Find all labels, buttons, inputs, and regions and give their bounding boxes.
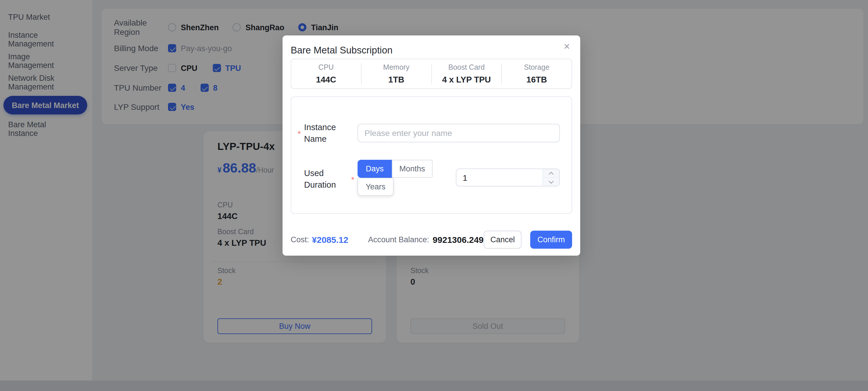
duration-days-button[interactable]: Days (358, 160, 392, 178)
dialog-spec-storage: Storage 16TB (502, 63, 572, 84)
spec-label: Storage (502, 63, 572, 71)
chevron-up-icon (549, 172, 554, 176)
account-balance-label: Account Balance: (368, 235, 429, 244)
spec-label: Boost Card (432, 63, 501, 71)
dialog-spec-boost-card: Boost Card 4 x LYP TPU (432, 63, 501, 84)
required-asterisk: * (298, 128, 301, 139)
dialog-spec-summary: CPU 144C Memory 1TB Boost Card 4 x LYP T… (291, 59, 572, 89)
spec-label: CPU (291, 63, 361, 71)
close-icon[interactable]: ✕ (561, 41, 573, 52)
stepper-decrease-button[interactable] (543, 178, 559, 186)
cost-value: ¥2085.12 (312, 235, 348, 245)
duration-unit-group: * Days Months Years (358, 160, 445, 196)
instance-name-row: * Instance Name (304, 122, 560, 145)
used-duration-label-text: Used Duration (304, 168, 336, 189)
stepper-increase-button[interactable] (543, 169, 559, 178)
used-duration-row: Used Duration * Days Months Years (304, 160, 560, 196)
duration-years-button[interactable]: Years (358, 178, 394, 196)
dialog-spec-cpu: CPU 144C (291, 63, 361, 84)
duration-months-button[interactable]: Months (392, 160, 433, 178)
spec-value: 4 x LYP TPU (432, 75, 501, 84)
instance-name-label-text: Instance Name (304, 123, 336, 143)
instance-name-input[interactable] (358, 124, 560, 142)
cost-label: Cost: (291, 235, 309, 244)
spec-value: 144C (291, 75, 361, 84)
dialog-spec-memory: Memory 1TB (362, 63, 431, 84)
account-balance-value: 9921306.249 (433, 235, 484, 245)
instance-name-label: * Instance Name (304, 122, 358, 145)
spec-value: 1TB (362, 75, 431, 84)
required-asterisk: * (351, 175, 354, 184)
used-duration-label: Used Duration (304, 160, 358, 196)
dialog-footer: Cost: ¥2085.12 Account Balance: 9921306.… (291, 231, 572, 249)
subscription-form: * Instance Name Used Duration * Days Mon… (291, 96, 572, 214)
confirm-button[interactable]: Confirm (530, 231, 572, 249)
app-window: TPU Market Instance Management Image Man… (0, 0, 868, 391)
bare-metal-subscription-dialog: Bare Metal Subscription ✕ CPU 144C Memor… (283, 35, 580, 256)
chevron-down-icon (549, 178, 554, 184)
spec-value: 16TB (502, 75, 572, 84)
dialog-title: Bare Metal Subscription (291, 43, 572, 56)
duration-value-stepper (456, 168, 560, 187)
spec-label: Memory (362, 63, 431, 71)
stepper-controls (542, 169, 559, 186)
cancel-button[interactable]: Cancel (484, 231, 522, 249)
